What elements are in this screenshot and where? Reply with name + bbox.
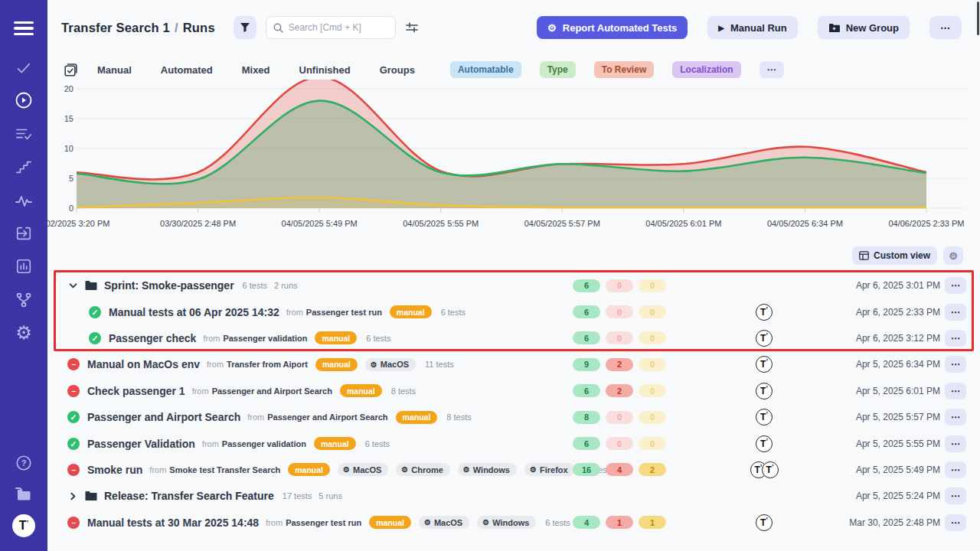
row-more-button[interactable]: ⋯ <box>945 356 966 373</box>
sidebar-item-logo[interactable]: T’ <box>0 513 47 539</box>
row-more-button[interactable]: ⋯ <box>945 409 966 425</box>
sidebar-item-imports[interactable] <box>0 220 47 246</box>
sidebar-item-help[interactable]: ? <box>0 450 47 476</box>
tab-manual[interactable]: Manual <box>97 64 132 76</box>
avatar[interactable]: T’ <box>756 330 773 347</box>
row-more-button[interactable]: ⋯ <box>945 435 966 452</box>
tests-count: 6 tests <box>545 518 570 527</box>
run-name[interactable]: Manual on MacOs env <box>87 358 200 370</box>
run-row[interactable]: ✓Manual tests at 06 Apr 2025 14:32fromPa… <box>47 298 980 324</box>
run-name[interactable]: Smoke run <box>87 464 142 476</box>
run-name[interactable]: Manual tests at 30 Mar 2025 14:48 <box>87 517 259 529</box>
row-more-button[interactable]: ⋯ <box>945 304 966 321</box>
gear-icon: ⚙ <box>482 518 489 527</box>
avatar[interactable]: T’ <box>756 304 773 321</box>
run-date: Apr 6, 2025 3:12 PM <box>856 333 940 344</box>
avatar[interactable]: T’ <box>762 461 779 478</box>
select-all-icon[interactable] <box>64 64 77 77</box>
tab-mixed[interactable]: Mixed <box>242 64 270 76</box>
row-more-button[interactable]: ⋯ <box>945 383 966 399</box>
sidebar-item-checks[interactable] <box>0 55 47 81</box>
gear-icon: ⚙ <box>530 465 537 474</box>
page-header: Transfer Search 1/Runs ⚙ Report Automate… <box>61 14 962 41</box>
sidebar-item-docs[interactable] <box>0 481 47 507</box>
breadcrumb-project[interactable]: Transfer Search 1 <box>61 21 170 34</box>
custom-view-button[interactable]: Custom view <box>852 246 937 265</box>
failed-count: 2 <box>606 384 633 397</box>
app-logo[interactable]: T’ <box>12 514 35 537</box>
avatar[interactable]: T’ <box>756 435 773 452</box>
tab-groups[interactable]: Groups <box>380 64 415 76</box>
group-runs-count: 2 runs <box>274 281 298 290</box>
sidebar-item-activity[interactable] <box>0 187 47 214</box>
new-group-button[interactable]: New Group <box>818 16 910 39</box>
failed-count: 0 <box>606 411 633 424</box>
sidebar-item-runs[interactable] <box>0 87 47 113</box>
tune-sliders-icon[interactable] <box>406 22 418 33</box>
sidebar-item-milestones[interactable] <box>0 154 47 180</box>
tab-automated[interactable]: Automated <box>161 64 213 76</box>
filter-button[interactable] <box>234 16 256 39</box>
row-more-button[interactable]: ⋯ <box>945 330 966 347</box>
run-source: fromPassenger test run <box>286 308 382 317</box>
row-more-button[interactable]: ⋯ <box>945 514 966 531</box>
chevron-down-icon[interactable] <box>67 282 78 290</box>
manual-tag: manual <box>288 463 330 476</box>
tab-unfinished[interactable]: Unfinished <box>299 64 351 76</box>
search-input[interactable] <box>289 22 388 33</box>
filter-tag-localization[interactable]: Localization <box>672 61 740 78</box>
report-automated-tests-button[interactable]: ⚙ Report Automated Tests <box>537 16 688 39</box>
sidebar-item-analytics[interactable] <box>0 253 47 279</box>
assignee-avatars: T’ <box>741 514 787 531</box>
run-name[interactable]: Passenger Validation <box>87 438 195 450</box>
run-name[interactable]: Passenger and Airport Search <box>87 411 240 423</box>
more-actions-button[interactable]: ⋯ <box>929 16 962 39</box>
filter-tag-automatable[interactable]: Automatable <box>450 61 521 78</box>
sidebar-item-branches[interactable] <box>0 287 47 313</box>
run-name[interactable]: Check passenger 1 <box>87 385 185 397</box>
run-name[interactable]: Manual tests at 06 Apr 2025 14:32 <box>109 306 279 318</box>
group-row[interactable]: Sprint: Smoke-passenger6 tests2 runs600A… <box>47 272 980 298</box>
run-source-name: Passenger validation <box>222 439 306 448</box>
row-more-button[interactable]: ⋯ <box>945 277 966 294</box>
play-icon: ▶ <box>718 24 724 32</box>
breadcrumb: Transfer Search 1/Runs <box>61 21 215 35</box>
filter-tag-type[interactable]: Type <box>540 61 576 78</box>
search-box[interactable] <box>266 16 396 39</box>
filter-tag--[interactable]: ⋯ <box>760 61 784 78</box>
view-settings-button[interactable]: ⚙ <box>943 246 963 265</box>
row-more-button[interactable]: ⋯ <box>945 487 966 504</box>
sidebar-item-hamburger-menu[interactable] <box>0 15 47 41</box>
run-row[interactable]: −Smoke runfromSmoke test Transfer Search… <box>47 457 980 483</box>
group-row[interactable]: Release: Transfer Search Feature17 tests… <box>47 483 980 509</box>
chevron-right-icon[interactable] <box>67 492 78 500</box>
run-row[interactable]: ✓Passenger and Airport SearchfromPasseng… <box>47 404 980 430</box>
gear-sparkle-icon: ⚙ <box>547 22 557 34</box>
row-more-button[interactable]: ⋯ <box>945 461 966 478</box>
run-name[interactable]: Passenger check <box>109 332 196 344</box>
x-axis-label: /02/2025 3:20 PM <box>47 219 109 228</box>
skipped-count: 0 <box>639 411 666 424</box>
table-view-icon <box>859 251 869 260</box>
run-row[interactable]: −Check passenger 1fromPassenger and Airp… <box>47 378 980 404</box>
manual-run-button[interactable]: ▶ Manual Run <box>707 16 797 39</box>
run-row[interactable]: ✓Passenger ValidationfromPassenger valid… <box>47 430 980 456</box>
avatar[interactable]: T’ <box>756 356 773 373</box>
group-tests-count: 17 tests <box>283 491 312 500</box>
sidebar-item-test-plans[interactable] <box>0 121 47 147</box>
group-name[interactable]: Sprint: Smoke-passenger <box>104 279 234 292</box>
run-row[interactable]: ✓Passenger checkfromPassenger validation… <box>47 325 980 351</box>
y-axis-label: 10 <box>49 144 74 153</box>
y-axis-label: 0 <box>49 204 74 213</box>
avatar[interactable]: T’ <box>756 514 773 531</box>
scrollbar-thumb[interactable] <box>977 2 979 35</box>
hamburger-menu-icon <box>14 18 34 38</box>
filter-tag-to-review[interactable]: To Review <box>594 61 654 78</box>
run-row[interactable]: −Manual tests at 30 Mar 2025 14:48fromPa… <box>47 510 980 536</box>
skipped-count: 0 <box>639 305 666 318</box>
avatar[interactable]: T’ <box>756 383 773 399</box>
run-row[interactable]: −Manual on MacOs envfromTransfer from Ai… <box>47 351 980 377</box>
avatar[interactable]: T’ <box>756 409 773 425</box>
sidebar-item-settings[interactable]: ⚙ <box>0 320 47 346</box>
group-name[interactable]: Release: Transfer Search Feature <box>104 490 274 502</box>
